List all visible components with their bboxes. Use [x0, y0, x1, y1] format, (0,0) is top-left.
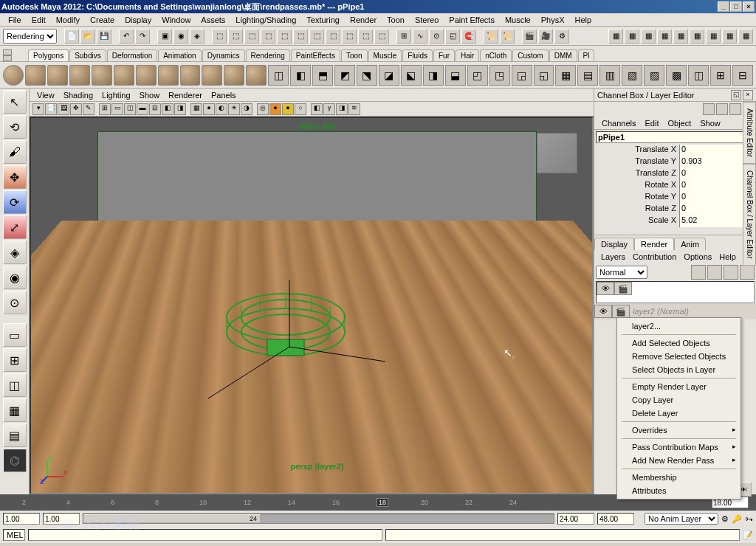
script-lang-label[interactable]: MEL	[3, 529, 25, 541]
select-component-icon[interactable]: ◈	[190, 29, 205, 44]
panel-icon[interactable]: ▦	[608, 29, 623, 44]
view-transform-icon[interactable]: ◨	[336, 103, 348, 115]
mask-icon[interactable]: ⬚	[228, 29, 243, 44]
menu-physx[interactable]: PhysX	[536, 15, 570, 24]
layer-new-icon[interactable]	[691, 265, 706, 280]
set-key-icon[interactable]: 🗝	[745, 514, 753, 523]
textured-icon[interactable]: ◐	[216, 103, 227, 115]
cube-icon[interactable]	[25, 65, 46, 86]
range-end-outer[interactable]	[597, 513, 634, 525]
menu-display[interactable]: Display	[120, 15, 157, 24]
cb-speed-icon[interactable]	[729, 103, 741, 115]
context-item-delete-layer[interactable]: Delete Layer	[619, 407, 739, 420]
shelf-tab-polygons[interactable]: Polygons	[28, 49, 69, 61]
anim-layer-select[interactable]: No Anim Layer	[645, 513, 718, 525]
wireframe-icon[interactable]: ▦	[190, 103, 202, 115]
view-menu-lighting[interactable]: Lighting	[97, 91, 135, 100]
pipe-icon[interactable]	[180, 65, 201, 86]
cylinder-icon[interactable]	[47, 65, 68, 86]
maya-logo-icon[interactable]: ⌬	[3, 449, 27, 472]
2d-pan-icon[interactable]: ✥	[70, 103, 82, 115]
shelf-tab-hair[interactable]: Hair	[456, 49, 479, 61]
new-scene-icon[interactable]: 📄	[64, 29, 79, 44]
paint-select-icon[interactable]: 🖌	[3, 140, 27, 164]
poly-tool-icon[interactable]: ◪	[379, 65, 399, 86]
grease-icon[interactable]: ✎	[83, 103, 94, 115]
exposure-icon[interactable]: ◧	[311, 103, 323, 115]
history-icon[interactable]: 📜	[500, 29, 515, 44]
layout-custom-icon[interactable]: ▦	[3, 398, 27, 422]
motion-blur-icon[interactable]: ≋	[348, 103, 360, 115]
workspace-selector[interactable]: Rendering	[3, 29, 57, 44]
cone-icon[interactable]	[69, 65, 90, 86]
move-manipulator[interactable]	[179, 273, 400, 421]
layer-visible-icon[interactable]: 👁	[597, 282, 614, 295]
select-tool-icon[interactable]: ↖	[3, 90, 27, 114]
auto-key-icon[interactable]: 🔑	[732, 514, 742, 524]
xray-joints-icon[interactable]: ●	[282, 103, 294, 115]
shelf-nav[interactable]	[3, 49, 25, 61]
undo-icon[interactable]: ↶	[119, 29, 134, 44]
mask-icon[interactable]: ⬚	[326, 29, 340, 44]
minimize-button[interactable]: _	[718, 1, 729, 12]
layer-render-icon[interactable]: 🎬	[612, 305, 630, 318]
poly-tool-icon[interactable]: ◲	[512, 65, 532, 86]
layer-tab-render[interactable]: Render	[634, 238, 674, 250]
selected-object-name[interactable]: pPipe1	[596, 131, 755, 143]
poly-tool-icon[interactable]: ▨	[644, 65, 664, 86]
select-object-icon[interactable]: ◉	[173, 29, 188, 44]
layout-script-icon[interactable]: ▤	[3, 424, 27, 447]
layer-visible-icon[interactable]: 👁	[594, 305, 612, 318]
platonic-icon[interactable]	[246, 65, 267, 86]
snap-point-icon[interactable]: ⊙	[429, 29, 444, 44]
close-button[interactable]: ×	[743, 1, 755, 12]
sphere-icon[interactable]	[3, 65, 24, 86]
context-item-empty-layer[interactable]: Empty Render Layer	[619, 380, 739, 393]
isolate-icon[interactable]: ◎	[257, 103, 269, 115]
shelf-tab-dmm[interactable]: DMM	[549, 49, 577, 61]
ipr-render-icon[interactable]: 🎥	[538, 29, 553, 44]
mask-icon[interactable]: ⬚	[244, 29, 259, 44]
poly-tool-icon[interactable]: ◧	[290, 65, 311, 86]
layers-menu-layers[interactable]: Layers	[597, 252, 629, 261]
poly-tool-icon[interactable]: ▧	[622, 65, 642, 86]
poly-tool-icon[interactable]: ◫	[688, 65, 709, 86]
last-tool-icon[interactable]: ⊙	[3, 291, 27, 314]
field-chart-icon[interactable]: ⊟	[149, 103, 161, 115]
soccer-icon[interactable]	[224, 65, 244, 86]
panel-icon[interactable]: ▦	[706, 29, 721, 44]
script-editor-icon[interactable]: 📝	[743, 531, 753, 540]
context-item-membership[interactable]: Membership	[619, 471, 739, 484]
shelf-tab-rendering[interactable]: Rendering	[246, 49, 290, 61]
range-start-inner[interactable]	[43, 513, 80, 525]
menu-stereo[interactable]: Stereo	[410, 15, 444, 24]
layer-up-icon[interactable]	[724, 265, 738, 280]
context-item-overrides[interactable]: Overrides	[619, 424, 739, 437]
menu-help[interactable]: Help	[570, 15, 597, 24]
layer-mode-select[interactable]: Normal	[596, 266, 647, 279]
camera-select-icon[interactable]: ▾	[32, 103, 44, 115]
snap-plane-icon[interactable]: ◱	[445, 29, 460, 44]
range-start-outer[interactable]	[3, 513, 40, 525]
render-settings-icon[interactable]: ⚙	[554, 29, 569, 44]
torus-icon[interactable]	[114, 65, 134, 86]
layer-tab-anim[interactable]: Anim	[674, 238, 706, 250]
shelf-tab-painteffects[interactable]: PaintEffects	[291, 49, 340, 61]
mask-icon[interactable]: ⬚	[342, 29, 357, 44]
safe-title-icon[interactable]: ◨	[174, 103, 186, 115]
context-item-copy-layer[interactable]: Copy Layer	[619, 393, 739, 407]
poly-tool-icon[interactable]: ▩	[666, 65, 687, 86]
range-end-inner[interactable]	[557, 513, 594, 525]
poly-tool-icon[interactable]: ⬓	[445, 65, 466, 86]
view-menu-panels[interactable]: Panels	[207, 91, 241, 100]
menu-create[interactable]: Create	[85, 15, 120, 24]
viewcube[interactable]	[537, 133, 577, 173]
view-menu-show[interactable]: Show	[135, 91, 165, 100]
layers-menu-help[interactable]: Help	[715, 252, 740, 261]
panel-icon[interactable]: ▦	[690, 29, 704, 44]
view-menu-view[interactable]: View	[32, 91, 59, 100]
current-frame-marker[interactable]: 18	[377, 498, 388, 507]
lights-icon[interactable]: ☀	[228, 103, 240, 115]
pyramid-icon[interactable]	[158, 65, 179, 86]
menu-render[interactable]: Render	[345, 15, 382, 24]
